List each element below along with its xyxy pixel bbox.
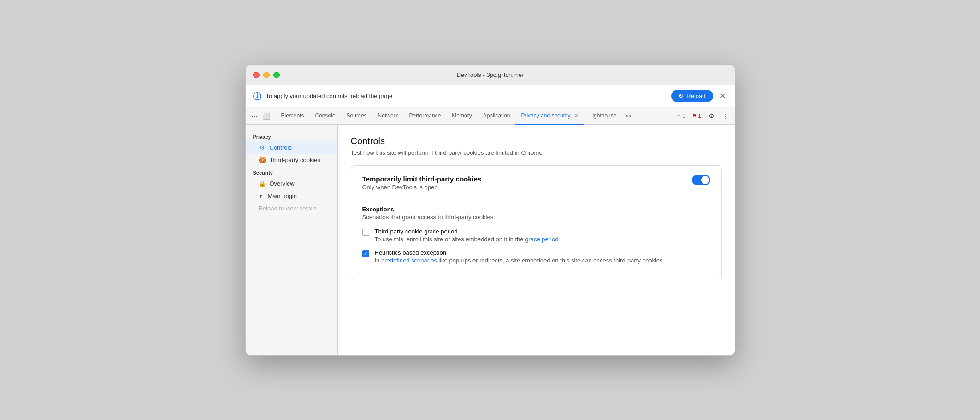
traffic-lights xyxy=(253,72,280,78)
heuristics-desc-before: In xyxy=(375,257,381,264)
main-layout: Privacy ⚙ Controls 🍪 Third-party cookies… xyxy=(246,125,735,355)
close-button[interactable] xyxy=(253,72,260,78)
tab-network-label: Network xyxy=(378,112,398,119)
exceptions-description: Scenarios that grant access to third-par… xyxy=(362,214,710,221)
content-area: Controls Test how this site will perform… xyxy=(338,125,735,355)
tab-sources-label: Sources xyxy=(347,112,367,119)
sidebar-controls-label: Controls xyxy=(270,144,292,151)
tab-application-label: Application xyxy=(483,112,510,119)
security-section-label: Security xyxy=(246,166,337,177)
tab-memory-label: Memory xyxy=(452,112,472,119)
more-options-button[interactable]: ⋮ xyxy=(719,111,731,122)
exception-item-grace-period: Third-party cookie grace period To use t… xyxy=(362,228,710,243)
page-title: Controls xyxy=(351,136,722,146)
reload-label: Reload xyxy=(686,93,705,99)
reload-details-label: Reload to view details xyxy=(259,205,317,212)
tab-lighthouse[interactable]: Lighthouse xyxy=(584,107,622,125)
tab-lighthouse-label: Lighthouse xyxy=(590,112,617,119)
cookies-icon: 🍪 xyxy=(259,157,266,163)
grace-period-desc-before: To use this, enroll this site or sites e… xyxy=(375,236,525,243)
sidebar-item-reload-details: Reload to view details xyxy=(246,202,337,215)
tab-console-label: Console xyxy=(315,112,336,119)
window-title: DevTools - 3pc.glitch.me/ xyxy=(456,71,523,78)
exception-item-heuristics: Heuristics based exception In predefined… xyxy=(362,249,710,264)
tab-network[interactable]: Network xyxy=(372,107,404,125)
grace-period-link[interactable]: grace period xyxy=(525,236,558,243)
heuristics-desc-after: like pop-ups or redirects, a site embedd… xyxy=(437,257,663,264)
warning-icon: ⚠ xyxy=(677,113,681,119)
lock-icon: 🔒 xyxy=(259,180,266,187)
tab-icon-group: ⋯ ⬜ xyxy=(249,111,272,122)
grace-period-checkbox[interactable] xyxy=(362,229,369,236)
tab-memory[interactable]: Memory xyxy=(446,107,477,125)
tab-close-icon[interactable]: ✕ xyxy=(574,112,579,118)
warning-badge-yellow[interactable]: ⚠ 1 xyxy=(674,112,688,120)
tab-application[interactable]: Application xyxy=(478,107,516,125)
tab-console[interactable]: Console xyxy=(310,107,341,125)
close-notification-button[interactable]: ✕ xyxy=(718,90,727,102)
card-divider xyxy=(362,198,710,198)
card-description: Only when DevTools is open xyxy=(362,184,482,191)
tab-elements-label: Elements xyxy=(281,112,304,119)
reload-icon: ↻ xyxy=(679,93,684,99)
sidebar-item-third-party-cookies[interactable]: 🍪 Third-party cookies xyxy=(246,154,337,166)
heuristics-text: Heuristics based exception In predefined… xyxy=(375,249,663,264)
heuristics-title: Heuristics based exception xyxy=(375,249,663,256)
notification-bar: ℹ To apply your updated controls, reload… xyxy=(246,85,735,107)
grace-period-title: Third-party cookie grace period xyxy=(375,228,559,235)
minimize-button[interactable] xyxy=(263,72,270,78)
card-title: Temporarily limit third-party cookies xyxy=(362,175,482,183)
chevron-down-icon: ▼ xyxy=(259,193,263,198)
privacy-section-label: Privacy xyxy=(246,130,337,141)
tabbar: ⋯ ⬜ Elements Console Sources Network Per… xyxy=(246,107,735,125)
warning-count: 1 xyxy=(682,113,685,119)
sidebar-main-origin-label: Main origin xyxy=(267,192,297,199)
controls-icon: ⚙ xyxy=(259,144,266,151)
grace-period-desc: To use this, enroll this site or sites e… xyxy=(375,236,559,243)
tab-performance[interactable]: Performance xyxy=(404,107,447,125)
sidebar-cookies-label: Third-party cookies xyxy=(270,157,321,163)
device-toggle-button[interactable]: ⬜ xyxy=(260,111,272,122)
sidebar: Privacy ⚙ Controls 🍪 Third-party cookies… xyxy=(246,125,338,355)
reload-button[interactable]: ↻ Reload xyxy=(671,90,713,102)
devtools-window: DevTools - 3pc.glitch.me/ ℹ To apply you… xyxy=(245,64,735,356)
exceptions-section: Exceptions Scenarios that grant access t… xyxy=(362,206,710,264)
sidebar-item-main-origin[interactable]: ▼ Main origin xyxy=(246,190,337,202)
error-icon: ⚑ xyxy=(692,113,697,119)
titlebar: DevTools - 3pc.glitch.me/ xyxy=(246,65,735,85)
tab-elements[interactable]: Elements xyxy=(276,107,310,125)
tab-sources[interactable]: Sources xyxy=(341,107,372,125)
exceptions-title: Exceptions xyxy=(362,206,710,213)
error-count: 1 xyxy=(698,113,701,119)
warning-badge-red[interactable]: ⚑ 1 xyxy=(690,112,703,120)
sidebar-item-controls[interactable]: ⚙ Controls xyxy=(246,141,337,154)
heuristics-desc: In predefined scenarios like pop-ups or … xyxy=(375,257,663,264)
card-header: Temporarily limit third-party cookies On… xyxy=(362,175,710,191)
card-header-text: Temporarily limit third-party cookies On… xyxy=(362,175,482,191)
more-tabs-button[interactable]: >> xyxy=(622,113,634,119)
limit-cookies-card: Temporarily limit third-party cookies On… xyxy=(351,165,722,280)
sidebar-item-overview[interactable]: 🔒 Overview xyxy=(246,177,337,190)
tab-privacy-security[interactable]: Privacy and security ✕ xyxy=(515,107,584,125)
fullscreen-button[interactable] xyxy=(273,72,280,78)
tab-privacy-security-label: Privacy and security xyxy=(521,112,570,119)
grace-period-text: Third-party cookie grace period To use t… xyxy=(375,228,559,243)
inspect-icon-button[interactable]: ⋯ xyxy=(249,111,260,122)
info-icon: ℹ xyxy=(253,92,261,100)
limit-cookies-toggle[interactable] xyxy=(692,175,710,185)
heuristics-checkbox[interactable] xyxy=(362,250,369,257)
tab-performance-label: Performance xyxy=(409,112,441,119)
sidebar-overview-label: Overview xyxy=(270,180,295,187)
notification-text: To apply your updated controls, reload t… xyxy=(266,93,667,99)
toggle-knob xyxy=(701,176,709,184)
settings-button[interactable]: ⚙ xyxy=(706,111,717,122)
page-subtitle: Test how this site will perform if third… xyxy=(351,149,722,156)
predefined-scenarios-link[interactable]: predefined scenarios xyxy=(381,257,437,264)
tab-actions: ⚠ 1 ⚑ 1 ⚙ ⋮ xyxy=(674,111,731,122)
